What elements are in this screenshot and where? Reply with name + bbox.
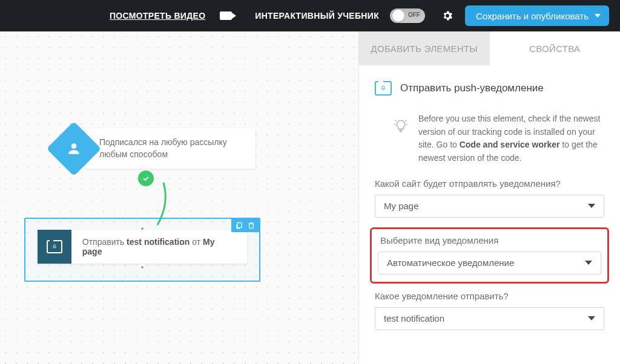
- highlight-notification-type: Выберите вид уведомления Автоматическое …: [370, 227, 609, 284]
- tab-add-elements[interactable]: ДОБАВИТЬ ЭЛЕМЕНТЫ: [359, 31, 490, 65]
- select-which-value: test notification: [384, 313, 444, 323]
- select-notification-type[interactable]: Автоматическое уведомление: [378, 252, 601, 275]
- copy-icon[interactable]: [234, 220, 245, 231]
- chevron-down-icon: [585, 261, 592, 265]
- chevron-down-icon: [588, 316, 595, 320]
- right-sidebar: ДОБАВИТЬ ЭЛЕМЕНТЫ СВОЙСТВА Отправить pus…: [358, 31, 620, 364]
- field-which-label: Какое уведомление отправить?: [375, 291, 604, 301]
- tab-properties[interactable]: СВОЙСТВА: [490, 31, 621, 65]
- lightbulb-icon: [393, 119, 409, 134]
- save-publish-button[interactable]: Сохранить и опубликовать: [465, 5, 609, 26]
- port-in[interactable]: [139, 225, 146, 232]
- action-card: Отправить test notification от My page: [38, 230, 247, 264]
- properties-panel: Отправить push-уведомление Before you us…: [359, 65, 620, 346]
- svg-rect-0: [237, 223, 242, 227]
- save-publish-label: Сохранить и опубликовать: [476, 11, 589, 21]
- video-icon: [220, 11, 232, 20]
- port-out[interactable]: [139, 264, 146, 271]
- toggle-off-text: OFF: [408, 11, 420, 18]
- tutorial-label: ИНТЕРАКТИВНЫЙ УЧЕБНИК: [255, 11, 379, 21]
- info-box: Before you use this element, check if th…: [375, 112, 604, 178]
- node-toolbar: [231, 219, 259, 232]
- action-icon-box: [38, 230, 71, 264]
- chevron-down-icon: [595, 14, 601, 18]
- trigger-card: Подписался на любую рассылку любым спосо…: [86, 128, 256, 169]
- select-site[interactable]: My page: [375, 195, 604, 218]
- select-site-value: My page: [384, 201, 419, 211]
- field-site: Какой сайт будет отправлять уведомления?…: [375, 178, 604, 218]
- trigger-text: Подписался на любую рассылку любым спосо…: [99, 137, 227, 159]
- chevron-down-icon: [588, 204, 595, 208]
- top-bar: ПОСМОТРЕТЬ ВИДЕО ИНТЕРАКТИВНЫЙ УЧЕБНИК O…: [0, 0, 620, 31]
- check-badge: [138, 171, 154, 186]
- panel-header: Отправить push-уведомление: [375, 81, 604, 96]
- tutorial-toggle[interactable]: OFF: [390, 8, 425, 23]
- field-which-notification: Какое уведомление отправить? test notifi…: [375, 291, 604, 330]
- settings-icon[interactable]: [441, 9, 454, 22]
- sidebar-tabs: ДОБАВИТЬ ЭЛЕМЕНТЫ СВОЙСТВА: [359, 31, 620, 65]
- panel-title: Отправить push-уведомление: [400, 82, 544, 94]
- toggle-knob: [392, 10, 404, 22]
- action-text: Отправить test notification от My page: [71, 237, 247, 256]
- select-which-notification[interactable]: test notification: [375, 307, 604, 330]
- trigger-node[interactable]: Подписался на любую рассылку любым спосо…: [54, 128, 256, 169]
- watch-video-link[interactable]: ПОСМОТРЕТЬ ВИДЕО: [110, 11, 205, 21]
- trash-icon[interactable]: [246, 220, 257, 231]
- workflow-canvas[interactable]: Подписался на любую рассылку любым спосо…: [0, 31, 358, 364]
- field-site-label: Какой сайт будет отправлять уведомления?: [375, 178, 604, 189]
- push-icon: [375, 81, 392, 96]
- field-type-label: Выберите вид уведомления: [380, 235, 601, 245]
- info-text: Before you use this element, check if th…: [418, 112, 604, 165]
- select-type-value: Автоматическое уведомление: [387, 258, 514, 268]
- bell-icon: [47, 240, 62, 253]
- action-node-selected[interactable]: Отправить test notification от My page: [24, 218, 260, 282]
